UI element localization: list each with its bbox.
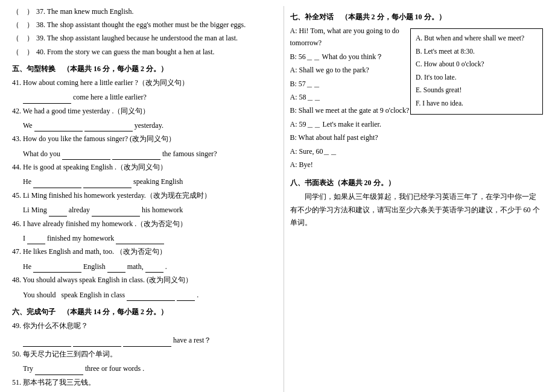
right-column: 七、补全对话 （本题共 2 分，每小题 10 分。） A. But when a… [284, 6, 544, 392]
section7-block: 七、补全对话 （本题共 2 分，每小题 10 分。） A. But when a… [290, 12, 544, 172]
section8-title: 八、书面表达（本题共 20 分。） [290, 178, 544, 188]
item-45: 45. Li Ming finished his homework yester… [12, 189, 265, 217]
item-41: 41. How about coming here a little earli… [12, 77, 265, 104]
dialogue-line-6: A: 59＿＿ Let's make it earlier. [290, 118, 544, 130]
section6-title: 六、完成句子 （本题共 14 分，每小题 2 分。） [12, 307, 265, 317]
item-46: 46. I have already finished my homework … [12, 218, 265, 245]
left-column: （ ） 37. The man knew much English. （ ） 3… [12, 6, 271, 392]
item-40: （ ） 40. From the story we can guess the … [12, 46, 265, 58]
item-47: 47. He likes English and math, too. （改为否… [12, 245, 265, 273]
section8-block: 八、书面表达（本题共 20 分。） 同学们，如果从三年级算起，我们已经学习英语三… [290, 178, 544, 230]
dialogue-line-9: A: Bye! [290, 159, 544, 171]
item-39: （ ） 39. The shop assistant laughed becau… [12, 33, 265, 44]
item-51: 51. 那本书花了我三元钱。 That book three yuan . [12, 376, 265, 392]
section5-block: 五、句型转换 （本题共 16 分，每小题 2 分。） 41. How about… [12, 64, 265, 301]
section6-block: 六、完成句子 （本题共 14 分，每小题 2 分。） 49. 你为什么不休息呢？… [12, 307, 265, 392]
item-50: 50. 每天尽力记住三到四个单词。 Try three or four word… [12, 348, 265, 375]
item-42: 42. We had a good time yesterday .（同义句） … [12, 105, 265, 132]
item-48: 48. You should always speak English in c… [12, 274, 265, 301]
header-items-block: （ ） 37. The man knew much English. （ ） 3… [12, 6, 265, 58]
dialogue-section: A. But when and where shall we meet? B. … [290, 25, 544, 172]
page-container: （ ） 37. The man knew much English. （ ） 3… [12, 6, 543, 392]
item-49: 49. 你为什么不休息呢？ have a rest？ [12, 320, 265, 347]
section8-text: 同学们，如果从三年级算起，我们已经学习英语三年了，在学习中你一定有不少的学习方法… [290, 191, 544, 230]
item-43: 43. How do you like the famous singer? (… [12, 133, 265, 160]
item-44: 44. He is good at speaking English .（改为同… [12, 161, 265, 188]
dialogue-line-8: A: Sure, 60＿＿ [290, 145, 544, 157]
dialogue-line-7: B: What about half past eight? [290, 131, 544, 144]
section5-title: 五、句型转换 （本题共 16 分，每小题 2 分。） [12, 64, 265, 74]
item-38: （ ） 38. The shop assistant thought the e… [12, 19, 265, 31]
section7-title: 七、补全对话 （本题共 2 分，每小题 10 分。） [290, 12, 544, 22]
item-37: （ ） 37. The man knew much English. [12, 6, 265, 17]
options-box: A. But when and where shall we meet? B. … [410, 28, 543, 115]
